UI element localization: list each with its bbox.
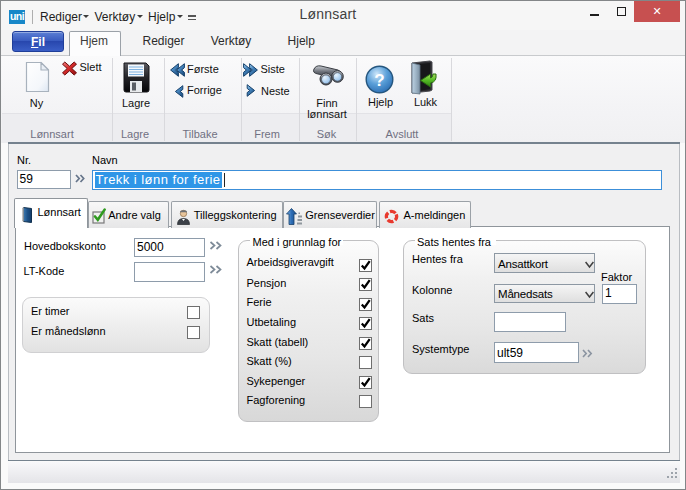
- svg-text:?: ?: [374, 71, 384, 90]
